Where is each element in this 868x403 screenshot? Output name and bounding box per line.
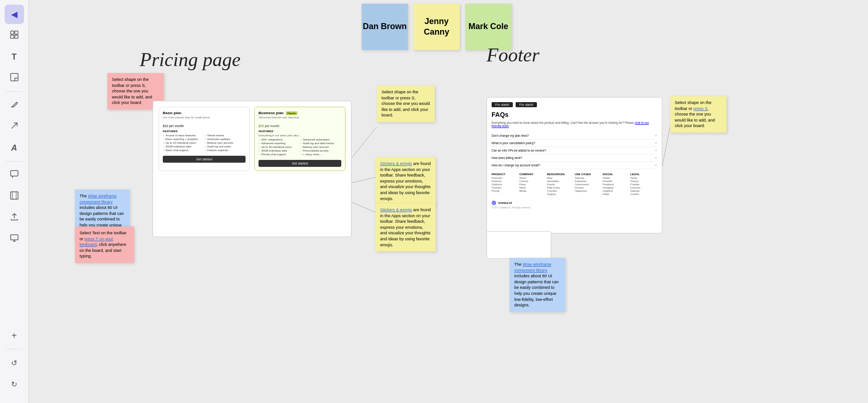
svg-rect-4 <box>11 73 18 81</box>
pen-tool[interactable] <box>5 96 24 115</box>
arrow-tool[interactable] <box>5 117 24 136</box>
faq-item-2[interactable]: What is your cancellation policy? + <box>492 140 657 147</box>
pen-icon <box>10 100 18 111</box>
svg-rect-0 <box>11 31 14 34</box>
layout-icon <box>10 31 18 41</box>
redo-button[interactable]: ↻ <box>5 374 24 394</box>
add-icon: + <box>12 330 17 341</box>
footer-brand: Untitled UI <box>492 201 657 205</box>
add-tool[interactable]: + <box>5 326 24 345</box>
press-s-link[interactable]: press S <box>694 106 708 111</box>
basic-feature-1: Access to basic features <box>163 134 204 137</box>
biz-feature-10: + many more... <box>300 153 341 156</box>
pricing-section-title: Pricing page <box>140 49 240 71</box>
stickers-link-2[interactable]: Stickers & emojis <box>380 208 412 212</box>
svg-rect-7 <box>11 192 18 199</box>
wise-library-link[interactable]: Wise wireframe component library <box>80 194 117 204</box>
footer-col-resources: RESOURCES Blog Newsletter Events Help ce… <box>547 173 574 196</box>
footer-nav-2[interactable]: For startd <box>516 102 537 107</box>
biz-feature-1: 200+ integrations <box>259 138 300 141</box>
faq-item-4[interactable]: How does billing work? + <box>492 154 657 162</box>
faq-plus-5: + <box>655 163 657 167</box>
business-features-list: 200+ integrations Advanced automation Ad… <box>259 138 341 156</box>
biz-feature-6: Backup your account <box>300 146 341 148</box>
sticky-right-yellow2[interactable]: Stickers & emojis are found in the Apps … <box>376 203 436 251</box>
sticky-top-yellow[interactable]: Select shape on the toolbar or press S, … <box>377 85 435 122</box>
comment-tool[interactable] <box>5 165 24 185</box>
sticky-bottom-pink[interactable]: Select Text on the toolbar or press T on… <box>75 226 134 263</box>
faq-plus-3: + <box>655 148 657 153</box>
frame-tool[interactable] <box>5 187 24 206</box>
upload-tool[interactable] <box>5 208 24 227</box>
basic-plan-subtitle: Our most popular plan for small teams. <box>163 116 246 119</box>
svg-rect-6 <box>11 171 18 176</box>
business-cta-button[interactable]: Get started <box>259 160 341 167</box>
sticky-icon <box>10 73 18 84</box>
faq-item-5[interactable]: How do I change my account email? + <box>492 162 657 169</box>
footer-col-legal: LEGAL Terms Privacy Cookies Licenses Set… <box>630 173 657 196</box>
basic-cta-button[interactable]: Get started <box>163 156 246 163</box>
pricing-inner: Basic plan Our most popular plan for sma… <box>153 101 351 177</box>
canvas[interactable]: Dan Brown Jenny Canny Mark Cole Pricing … <box>29 0 868 403</box>
user-mark: Mark Cole <box>465 4 511 50</box>
footer-nav-row: For startd For startd <box>492 102 657 107</box>
text-tool[interactable]: T <box>5 47 24 67</box>
font-tool[interactable]: A <box>5 138 24 158</box>
toolbar-sep-2 <box>6 161 23 162</box>
business-features-intro: Everything in our basic plan plus... <box>259 134 341 137</box>
svg-rect-10 <box>11 235 18 240</box>
layout-tool[interactable] <box>5 26 24 45</box>
upload-icon <box>10 213 18 223</box>
footer-col-product: PRODUCT Overview Features Solutions Tuto… <box>492 173 518 196</box>
text-icon: T <box>12 52 17 62</box>
cursor-tool[interactable]: ◀ <box>5 5 24 24</box>
business-badge: Popular <box>286 111 297 115</box>
stickers-link-1[interactable]: Stickers & emojis <box>380 161 412 166</box>
basic-feature-2: Attend events <box>204 134 246 137</box>
biz-feature-3: Advanced reporting <box>259 142 300 145</box>
undo-button[interactable]: ↺ <box>5 353 24 372</box>
user-mark-label: Mark Cole <box>468 21 508 32</box>
user-dan-label: Dan Brown <box>363 21 406 32</box>
faq-chat-link[interactable]: chat to our friendly team <box>492 121 649 128</box>
undo-icon: ↺ <box>11 359 17 367</box>
svg-rect-2 <box>11 35 14 38</box>
sticky-footer-yellow[interactable]: Select shape on the toolbar or press S, … <box>670 96 726 133</box>
biz-feature-5: Up to 20 individual users <box>259 146 300 148</box>
user-dan: Dan Brown <box>362 4 408 50</box>
faq-item-3[interactable]: Can an info VPs be added to an invoice? … <box>492 147 657 154</box>
biz-feature-8: Personalised service <box>300 149 341 152</box>
footer-inner: For startd For startd FAQs Everything yo… <box>487 98 662 214</box>
arrow-icon <box>10 122 18 132</box>
sticky-right-yellow1[interactable]: Stickers & emojis are found in the Apps … <box>376 157 436 205</box>
footer-col-social: SOCIAL Twitter LinkedIn Facebook Instagr… <box>603 173 629 196</box>
wise-library-link-2[interactable]: Wise wireframe component library <box>514 262 551 273</box>
biz-feature-7: 40GB individual data <box>259 149 300 152</box>
basic-plan-card: Basic plan Our most popular plan for sma… <box>159 107 250 171</box>
faq-item-1[interactable]: Don't change my plan fees? + <box>492 132 657 140</box>
footer-nav-1[interactable]: For startd <box>492 102 513 107</box>
footer-section-title: Footer <box>486 44 539 66</box>
faq-title: FAQs <box>492 111 657 118</box>
svg-rect-1 <box>15 31 18 34</box>
display-icon <box>10 234 18 244</box>
sticky-footer-blue[interactable]: The Wise wireframe component library inc… <box>510 258 565 312</box>
toolbar-sep-1 <box>6 92 23 92</box>
display-tool[interactable] <box>5 229 24 249</box>
basic-feature-10: Feature requests <box>204 149 246 152</box>
pricing-frame: Basic plan Our most popular plan for sma… <box>153 101 351 237</box>
footer-col-usecases: USE CASES Startups Enterprise Government… <box>575 173 602 196</box>
footer-frame: For startd For startd FAQs Everything yo… <box>486 97 662 233</box>
faq-plus-4: + <box>655 156 657 160</box>
basic-feature-3: Basic reporting + analytics <box>163 138 204 140</box>
business-plan-card: Business plan Popular Advanced features … <box>254 107 345 171</box>
basic-feature-4: Automatic updates <box>204 138 246 140</box>
footer-copyright: © 2077 Untitled UI. All rights reserved. <box>492 206 657 209</box>
basic-plan-title: Basic plan <box>163 111 246 115</box>
basic-feature-7: 20GB individual data <box>163 145 204 148</box>
sticky-tool[interactable] <box>5 68 24 88</box>
basic-feature-9: Basic chat support <box>163 149 204 152</box>
svg-line-5 <box>12 123 17 128</box>
press-t-link[interactable]: press T on your keyboard <box>80 237 113 247</box>
basic-features-title: FEATURES <box>163 130 246 133</box>
